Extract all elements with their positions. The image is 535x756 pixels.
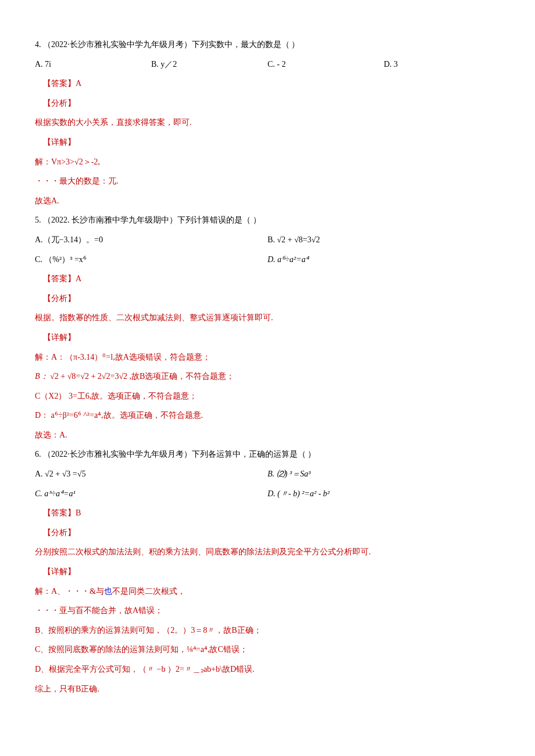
q5-options-row1: A.（兀−3.14）。=0 B. √2 + √8=3√2: [35, 230, 500, 250]
q5-opt-a: A.（兀−3.14）。=0: [35, 230, 268, 250]
q5-stem: 5. （2022. 长沙市南雅中学九年级期中）下列计算错误的是（ ）: [35, 210, 500, 230]
q6-sol-line2: ・・・亚与百不能合并，故A错误；: [35, 601, 500, 621]
q5-sol-line2-body: √2 + √8=√2 + 2√2=3√2 ,故B选项正确，不符合题意；: [50, 372, 234, 381]
q6-sol-line4: C、按照同底数幂的除法的运算法则可知，⅛⁴=a⁴,故C错误；: [35, 640, 500, 660]
q4-stem: 4. （2022·长沙市雅礼实验中学九年级月考）下列实数中，最大的数是（ ）: [35, 35, 500, 55]
q6-opt-c: C. aˢ÷a⁴=a¹: [35, 484, 268, 504]
q6-sol-line6: 综上，只有B正确.: [35, 679, 500, 699]
q6-sol-line3: B、按照积的乘方的运算法则可知，（2。）3＝8〃，故B正确；: [35, 621, 500, 640]
q5-sol-line1: 解：A：（π-3.14）⁰=l,故A选项错误，符合题意；: [35, 347, 500, 367]
q6-options-row2: C. aˢ÷a⁴=a¹ D. (〃- b) ²=a² - b²: [35, 484, 500, 504]
q6-sol-line1: 解：A、・・・&与也不是同类二次根式，: [35, 582, 500, 601]
q4-opt-c: C. - 2: [268, 55, 384, 74]
q6-sol-line1-pre: 解：A、・・・&与: [35, 587, 104, 596]
q4-sol-line3: 故选A.: [35, 191, 500, 211]
q5-answer: 【答案】A: [35, 269, 500, 289]
q6-opt-a: A. √2 + √3 =√5: [35, 464, 268, 484]
q6-answer: 【答案】B: [35, 503, 500, 523]
q6-analysis-label: 【分析】: [35, 523, 500, 543]
q6-detail-label: 【详解】: [35, 562, 500, 582]
q5-opt-b: B. √2 + √8=3√2: [268, 230, 500, 250]
q5-analysis-body: 根据。指数幂的性质、二次根式加减法则、整式运算逐项计算即可.: [35, 308, 500, 328]
q4-analysis-body: 根据实数的大小关系，直接求得答案，即可.: [35, 113, 500, 132]
q5-sol-line5: 故选：A.: [35, 425, 500, 445]
q5-sol-line4: D： a⁶÷β²=6⁶ ^²=a⁴,故。选项正确，不符合题意.: [35, 406, 500, 425]
q4-analysis-label: 【分析】: [35, 94, 500, 113]
q5-detail-label: 【详解】: [35, 328, 500, 347]
q4-opt-a: A. 7i: [35, 55, 151, 74]
q6-sol-line1-blue: 也: [104, 587, 112, 596]
q4-sol-line2: ・・・最大的数是：兀.: [35, 171, 500, 191]
q4-detail-label: 【详解】: [35, 132, 500, 152]
q5-sol-line2-prefix: B：: [35, 372, 48, 381]
q6-opt-d: D. (〃- b) ²=a² - b²: [268, 484, 500, 504]
q4-opt-b: B. y／2: [151, 55, 268, 74]
q6-analysis-body: 分别按照二次根式的加法法则、积的乘方法则、同底数幂的除法法则及完全平方公式分析即…: [35, 542, 500, 562]
q4-options: A. 7i B. y／2 C. - 2 D. 3: [35, 55, 500, 74]
q6-sol-line5: D、根据完全平方公式可知，（〃 −b ）2=〃＿₂ab+b\故D错误.: [35, 660, 500, 679]
q4-opt-d: D. 3: [384, 55, 500, 74]
q6-opt-b: B. ⑵) ³＝Sa³: [268, 464, 500, 484]
q5-options-row2: C. （%²）³ =x⁶ D. a⁶÷a²=a⁴: [35, 250, 500, 270]
q4-sol-line1: 解：Vπ>3>√2＞-2,: [35, 152, 500, 172]
q5-analysis-label: 【分析】: [35, 289, 500, 309]
q5-opt-c: C. （%²）³ =x⁶: [35, 250, 268, 270]
q5-opt-d: D. a⁶÷a²=a⁴: [268, 250, 500, 270]
q6-stem: 6. （2022·长沙市雅礼实验中学九年级月考）下列各运算中，正确的运算是（ ）: [35, 445, 500, 464]
q5-sol-line3: C（X2） 3=工6,故。选项正确，不符合题意；: [35, 386, 500, 406]
q6-options-row1: A. √2 + √3 =√5 B. ⑵) ³＝Sa³: [35, 464, 500, 484]
q4-answer: 【答案】A: [35, 74, 500, 94]
q6-sol-line1-post: 不是同类二次根式，: [112, 587, 186, 596]
q5-sol-line2: B： √2 + √8=√2 + 2√2=3√2 ,故B选项正确，不符合题意；: [35, 367, 500, 386]
